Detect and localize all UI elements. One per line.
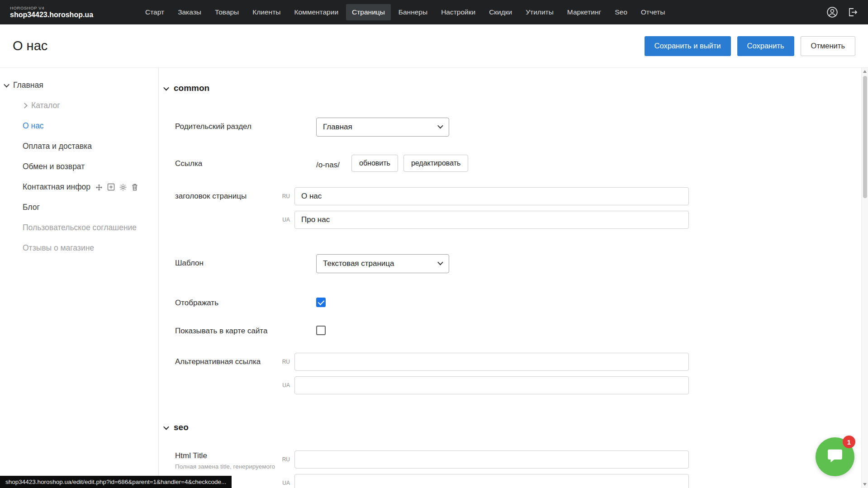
nav-utilities[interactable]: Утилиты [520,4,560,20]
page-header: О нас Сохранить и выйти Сохранить Отмени… [0,24,868,68]
page-title-ru-input[interactable] [294,187,689,205]
status-url-tooltip: shop34423.horoshop.ua/edit/edit.php?id=6… [0,476,232,488]
chat-bubble-icon [826,447,844,466]
drag-move-icon[interactable] [95,183,103,191]
tree-item-blog[interactable]: Блог [0,197,158,218]
page-title-ua-input[interactable] [294,211,689,229]
pages-tree-sidebar: Главная Каталог О нас Оплата и доставка … [0,68,159,488]
tree-item-store-reviews[interactable]: Отзывы о магазине [0,238,158,258]
lang-ru-badge: RU [273,450,294,469]
brand[interactable]: HOROSHOP V4 shop34423.horoshop.ua [10,5,114,19]
section-seo-toggle[interactable]: seo [164,422,868,432]
add-page-icon[interactable] [107,183,115,191]
lang-ua-badge: UA [273,211,294,229]
nav-comments[interactable]: Комментарии [288,4,344,20]
nav-start[interactable]: Старт [139,4,170,20]
brand-version: HOROSHOP V4 [10,5,114,10]
nav-reports[interactable]: Отчеты [635,4,671,20]
chat-widget-button[interactable]: 1 [816,437,854,476]
nav-marketing[interactable]: Маркетинг [561,4,607,20]
delete-trash-icon[interactable] [131,183,138,191]
link-path-value: /o-nas/ [316,157,340,170]
link-refresh-button[interactable]: обновить [351,155,398,172]
save-button[interactable]: Сохранить [737,36,794,56]
lang-ua-badge: UA [273,376,294,394]
html-title-ru-input[interactable] [294,450,689,469]
nav-seo[interactable]: Seo [609,4,633,20]
chat-unread-badge: 1 [843,436,855,448]
alt-link-ru-input[interactable] [294,353,689,371]
parent-section-label: Родительский раздел [175,118,294,131]
brand-domain: shop34423.horoshop.ua [10,11,114,19]
scroll-up-arrow[interactable] [863,70,867,73]
chevron-down-icon [163,424,169,430]
scroll-down-arrow[interactable] [863,483,867,486]
save-and-exit-button[interactable]: Сохранить и выйти [645,36,731,56]
tree-item-about[interactable]: О нас [0,116,158,136]
chevron-down-icon[interactable] [4,82,9,88]
topbar: HOROSHOP V4 shop34423.horoshop.ua Старт … [0,0,868,24]
tree-item-payment-delivery[interactable]: Оплата и доставка [0,136,158,156]
vertical-scrollbar[interactable] [861,68,868,488]
display-checkbox[interactable] [316,298,326,307]
nav-settings[interactable]: Настройки [435,4,481,20]
parent-section-select[interactable]: Главная [316,118,449,137]
template-label: Шаблон [175,254,294,268]
lang-ua-badge: UA [273,474,294,488]
tree-item-user-agreement[interactable]: Пользовательское соглашение [0,218,158,238]
template-select[interactable]: Текстовая страница [316,254,449,273]
chevron-down-icon [437,123,443,129]
nav-products[interactable]: Товары [209,4,245,20]
alt-link-ua-input[interactable] [294,376,689,394]
settings-gear-icon[interactable] [119,183,127,191]
tree-item-exchange-return[interactable]: Обмен и возврат [0,156,158,177]
chevron-right-icon[interactable] [22,103,28,109]
scrollbar-thumb[interactable] [863,76,867,198]
link-edit-button[interactable]: редактировать [403,155,468,172]
display-label: Отображать [175,294,294,308]
account-icon[interactable] [826,6,838,18]
page-title: О нас [13,38,47,53]
top-navigation: Старт Заказы Товары Клиенты Комментарии … [139,4,671,20]
lang-ru-badge: RU [273,353,294,371]
tree-item-home[interactable]: Главная [0,75,158,95]
chevron-down-icon [163,85,169,90]
tree-item-contact-info[interactable]: Контактная инфор [0,177,158,197]
chevron-down-icon [437,260,443,265]
sitemap-checkbox[interactable] [316,326,326,335]
nav-discounts[interactable]: Скидки [483,4,518,20]
nav-pages[interactable]: Страницы [346,4,391,20]
sitemap-label: Показывать в карте сайта [175,322,294,336]
logout-icon[interactable] [847,7,858,18]
html-title-ua-input[interactable] [294,474,689,488]
link-label: Ссылка [175,155,294,168]
tree-item-catalog[interactable]: Каталог [0,95,158,116]
page-edit-form: common Родительский раздел Главная Ссылк… [159,68,868,488]
nav-clients[interactable]: Клиенты [247,4,286,20]
section-common-toggle[interactable]: common [164,83,868,93]
lang-ru-badge: RU [273,187,294,205]
cancel-button[interactable]: Отменить [801,36,855,56]
nav-banners[interactable]: Баннеры [393,4,433,20]
nav-orders[interactable]: Заказы [172,4,207,20]
